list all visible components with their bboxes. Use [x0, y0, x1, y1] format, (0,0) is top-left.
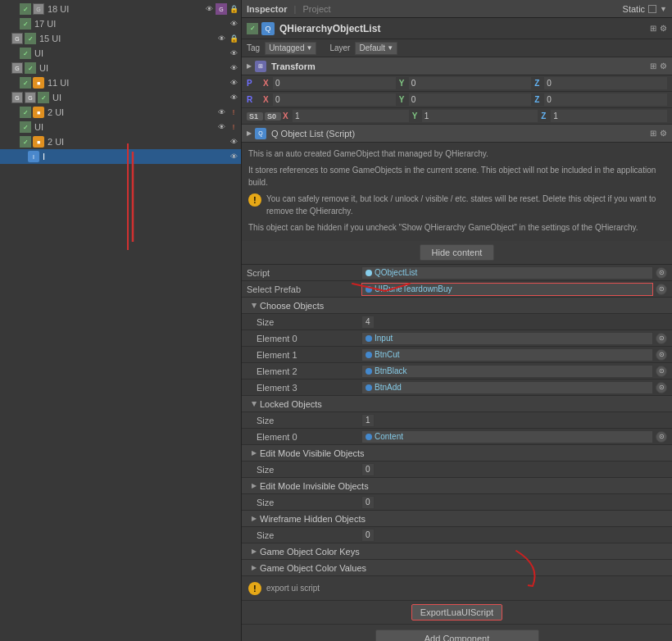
hide-content-button[interactable]: Hide content [420, 244, 495, 261]
s1-label[interactable]: S1 [247, 112, 263, 120]
hierarchy-row[interactable]: ✓ UI 👁 [0, 46, 241, 61]
scale-labels: S1 S0 [247, 112, 281, 120]
hierarchy-row[interactable]: ✓ UI 👁 ! [0, 120, 241, 134]
wireframe-size-row: Size 0 [242, 527, 672, 543]
row-label: UI [52, 93, 61, 102]
checkbox[interactable]: ✓ [25, 33, 36, 44]
locked-size-row: Size 1 [242, 412, 672, 429]
script-field-label: Script [247, 268, 361, 278]
lock-icon[interactable]: 🔒 [228, 33, 239, 44]
add-component-button[interactable]: Add Component [375, 630, 539, 641]
rotation-z-input[interactable] [544, 93, 667, 106]
eye-icon[interactable]: 👁 [203, 3, 215, 15]
position-x-input[interactable] [273, 77, 396, 89]
scale-x: X [283, 110, 409, 122]
edit-visible-arrow[interactable]: ▶ [252, 449, 257, 457]
e2-picker[interactable]: ⊙ [656, 366, 667, 377]
eye-icon[interactable]: 👁 [228, 77, 239, 89]
e3-picker[interactable]: ⊙ [656, 382, 667, 393]
script-bookmark[interactable]: ⊞ [650, 129, 656, 138]
static-arrow[interactable]: ▼ [660, 5, 667, 13]
hierarchy-row[interactable]: ✓ ■ 2 UI 👁 [0, 134, 241, 149]
static-checkbox[interactable] [648, 5, 656, 13]
hierarchy-row[interactable]: ✓ ■ 11 UI 👁 [0, 75, 241, 90]
checkbox[interactable]: ✓ [20, 18, 31, 30]
script-arrow[interactable]: ▶ [247, 130, 252, 137]
row-right-icons: 👁 ! [216, 107, 239, 118]
eye-icon[interactable]: 👁 [228, 48, 239, 59]
tag-dropdown[interactable]: Untagged ▼ [265, 42, 316, 55]
checkbox[interactable]: ✓ [20, 107, 31, 118]
color-keys-arrow[interactable]: ▶ [252, 548, 257, 555]
locked-e0-ref[interactable]: Content [361, 430, 653, 443]
element-2-ref[interactable]: BtnBlack [361, 365, 653, 378]
hierarchy-row[interactable]: G ✓ UI 👁 [0, 61, 241, 75]
bookmark-icon[interactable]: ⊞ [650, 24, 656, 33]
checkbox[interactable]: ✓ [20, 48, 31, 59]
checkbox[interactable]: ✓ [20, 121, 31, 133]
wireframe-header: ▶ Wireframe Hidden Objects [242, 511, 672, 527]
transform-settings[interactable]: ⚙ [660, 61, 667, 70]
eye-icon[interactable]: 👁 [228, 151, 239, 162]
rotation-y: Y [399, 93, 532, 106]
rotation-x-input[interactable] [273, 93, 396, 106]
checkbox[interactable]: ✓ [20, 136, 31, 148]
scale-x-input[interactable] [293, 110, 409, 122]
checkbox[interactable]: ✓ [20, 3, 31, 15]
scale-y-input[interactable] [422, 110, 538, 122]
lock-icon[interactable]: 🔒 [228, 3, 239, 15]
edit-invisible-arrow[interactable]: ▶ [252, 482, 257, 489]
checkbox[interactable]: ✓ [25, 62, 36, 74]
settings-icon[interactable]: ⚙ [660, 24, 667, 33]
hierarchy-row[interactable]: ✓ G 18 UI 👁 G 🔒 [0, 2, 241, 16]
script-settings[interactable]: ⚙ [660, 129, 667, 138]
eye-icon[interactable]: 👁 [228, 92, 239, 103]
z-label3: Z [541, 111, 549, 120]
wireframe-arrow[interactable]: ▶ [252, 515, 257, 522]
hierarchy-row[interactable]: G G ✓ UI 👁 [0, 90, 241, 105]
prefab-picker-btn[interactable]: ⊙ [656, 284, 667, 295]
hierarchy-row[interactable]: ✓ 17 UI 👁 [0, 16, 241, 31]
s0-label[interactable]: S0 [265, 112, 281, 120]
project-tab[interactable]: Project [302, 4, 330, 14]
element-3-ref[interactable]: BtnAdd [361, 381, 653, 394]
hierarchy-row-selected[interactable]: I I 👁 [0, 149, 241, 164]
transform-bookmark[interactable]: ⊞ [650, 61, 656, 70]
color-keys-title: Game Object Color Keys [260, 547, 360, 557]
script-field-value: QObjectList ⊙ [361, 266, 667, 280]
scale-z-input[interactable] [551, 110, 667, 122]
checkbox[interactable]: ✓ [38, 92, 49, 103]
eye-icon[interactable]: 👁 [228, 18, 239, 30]
position-y-input[interactable] [409, 77, 532, 89]
checkbox[interactable]: ✓ [20, 77, 31, 89]
element-1-ref[interactable]: BtnCut [361, 348, 653, 361]
locked-e0-picker[interactable]: ⊙ [656, 431, 667, 443]
e1-picker[interactable]: ⊙ [656, 349, 667, 361]
choose-arrow[interactable]: ▶ [251, 303, 258, 308]
layer-dropdown[interactable]: Default ▼ [355, 42, 397, 55]
hierarchy-row[interactable]: ✓ ■ 2 UI 👁 ! [0, 105, 241, 120]
inspector-tab[interactable]: Inspector [247, 4, 288, 14]
eye-icon[interactable]: 👁 [216, 107, 227, 118]
export-lua-button[interactable]: ExportLuaUIScript [411, 604, 502, 621]
position-z-input[interactable] [544, 77, 667, 89]
eye-icon[interactable]: 👁 [216, 33, 227, 44]
element-0-ref[interactable]: Input [361, 332, 653, 345]
locked-e0-value: Content ⊙ [361, 430, 667, 443]
eye-icon[interactable]: 👁 [216, 121, 227, 133]
object-enabled-checkbox[interactable]: ✓ [247, 23, 258, 34]
e0-picker[interactable]: ⊙ [656, 333, 667, 344]
hierarchy-row[interactable]: G ✓ 15 UI 👁 🔒 [0, 31, 241, 46]
element-2-row: Element 2 BtnBlack ⊙ [242, 363, 672, 380]
script-ref[interactable]: QObjectList [361, 266, 653, 280]
eye-icon[interactable]: 👁 [228, 62, 239, 74]
eye-icon[interactable]: 👁 [228, 136, 239, 148]
locked-arrow[interactable]: ▶ [251, 402, 258, 407]
rotation-y-input[interactable] [409, 93, 532, 106]
transform-arrow[interactable]: ▶ [247, 62, 252, 70]
element-0-value: Input ⊙ [361, 332, 667, 345]
color-values-arrow[interactable]: ▶ [252, 564, 257, 571]
script-picker-btn[interactable]: ⊙ [656, 267, 667, 279]
select-prefab-ref[interactable]: UIRuneTeardownBuy [361, 283, 653, 296]
position-row: P X Y Z [242, 75, 672, 92]
